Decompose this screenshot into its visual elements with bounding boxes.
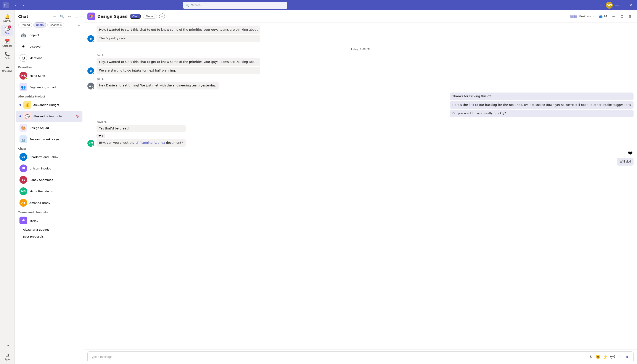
chat-item-vnext[interactable]: vN vNext bbox=[16, 215, 82, 226]
chat-item-marie[interactable]: MB Marie Beaudouin bbox=[16, 186, 82, 197]
meet-chevron-icon: ⌄ bbox=[592, 15, 594, 18]
nav-item-onedrive[interactable]: ☁ OneDrive bbox=[1, 62, 14, 74]
close-button[interactable]: ✕ bbox=[627, 2, 634, 9]
backlog-link[interactable]: link bbox=[469, 103, 474, 106]
chat-item-engineering[interactable]: 👥 Engineering squad bbox=[16, 82, 82, 93]
discover-info: Discover bbox=[30, 45, 79, 48]
best-prop-name: Best proposals bbox=[23, 235, 79, 238]
maximize-button[interactable]: □ bbox=[620, 2, 627, 9]
add-tab-button[interactable]: + bbox=[159, 14, 165, 20]
design-squad-avatar: 🎨 bbox=[20, 124, 27, 132]
date-divider: Today, 1:00 PM bbox=[87, 48, 633, 51]
sticker-button[interactable]: 💬 bbox=[609, 354, 616, 360]
chat-badge: 2 bbox=[8, 26, 11, 28]
send-button[interactable]: ➤ bbox=[624, 354, 631, 360]
header-popout-button[interactable]: ⊞ bbox=[626, 13, 633, 20]
user-avatar[interactable]: DW bbox=[606, 2, 613, 9]
calendar-icon: 📅 bbox=[5, 39, 10, 44]
chat-panel-header: Chat ··· 🔍 ✏ ⌄ bbox=[15, 10, 84, 22]
self-msg-content-2: ❤️ Will do! bbox=[617, 150, 633, 166]
filter-unread[interactable]: Unread bbox=[18, 22, 32, 28]
format-button[interactable]: 𝄞 bbox=[587, 354, 594, 360]
chat-item-unicorn[interactable]: UI Unicorn invoice bbox=[16, 163, 82, 174]
amanda-avatar: AB bbox=[20, 199, 27, 207]
charlotte-name: Charlotte and Babak bbox=[30, 156, 79, 159]
chat-item-mentions[interactable]: ⊙ Mentions bbox=[16, 52, 82, 64]
teams-section-label: Teams and channels bbox=[15, 208, 84, 215]
chat-item-best-prop[interactable]: Best proposals bbox=[16, 233, 82, 240]
nav-back-button[interactable]: ‹ bbox=[12, 2, 19, 9]
chat-item-babak[interactable]: BS Babak Shammas bbox=[16, 174, 82, 186]
search-bar[interactable]: 🔍 bbox=[183, 2, 287, 9]
nav-item-more[interactable]: ··· bbox=[1, 341, 14, 350]
attach-button[interactable]: + bbox=[616, 354, 623, 360]
will-sender: Will L. bbox=[97, 78, 219, 80]
will-avatar: WL bbox=[87, 82, 94, 90]
research-name: Research weekly sync bbox=[30, 138, 79, 141]
kayo-bubble-1: Yes that'd be great! bbox=[97, 125, 186, 132]
chat-header: 🎨 Design Squad Chat Shared + ▤▤ Meet now… bbox=[84, 10, 637, 22]
gif-button[interactable]: ⚡ bbox=[602, 354, 609, 360]
search-input[interactable] bbox=[191, 4, 285, 7]
engineering-avatar: 👥 bbox=[20, 83, 27, 91]
nav-forward-button[interactable]: › bbox=[20, 2, 27, 9]
chat-search-button[interactable]: 🔍 bbox=[59, 13, 66, 20]
heart-reaction[interactable]: ❤ 1 bbox=[97, 134, 105, 138]
chat-expand-button[interactable]: ⌄ bbox=[73, 13, 80, 20]
nav-item-activity[interactable]: 🔔 Activity bbox=[1, 12, 14, 24]
nav-item-calendar[interactable]: 📅 Calendar bbox=[1, 37, 14, 49]
alex-budget-avatar: 💰 bbox=[23, 101, 31, 109]
alex-budget-info: Alexandria Budget bbox=[33, 103, 79, 106]
compose-tools: 𝄞 😊 ⚡ 💬 + ➤ bbox=[587, 354, 631, 360]
chat-item-discover[interactable]: ✦ Discover bbox=[16, 41, 82, 52]
nav-item-calls[interactable]: 📞 Calls bbox=[1, 50, 14, 62]
chat-item-copilot[interactable]: 🤖 Copilot bbox=[16, 30, 82, 41]
chat-item-mona[interactable]: MK Mona Kane bbox=[16, 70, 82, 81]
msg-online-indicator bbox=[92, 40, 94, 42]
chat-item-alex-team[interactable]: 💬 Alexandria team chat @ bbox=[16, 111, 82, 122]
nav-item-chat[interactable]: 💬 2 Chat bbox=[1, 25, 14, 36]
mona-avatar: MK bbox=[20, 72, 27, 80]
nav-item-apps[interactable]: ⊞ Apps bbox=[1, 350, 14, 362]
kayo-online bbox=[92, 145, 94, 147]
meet-now-button[interactable]: ▤▤ Meet now ⌄ bbox=[568, 13, 596, 20]
calls-label: Calls bbox=[5, 57, 10, 60]
participant-number: 24 bbox=[603, 15, 607, 18]
msg-bubble: That's pretty cool! bbox=[97, 34, 260, 42]
participant-count[interactable]: 👥 24 bbox=[597, 14, 609, 19]
compose-input[interactable] bbox=[90, 355, 585, 358]
chat-item-amanda[interactable]: AB Amanda Brady bbox=[16, 197, 82, 208]
chat-item-research[interactable]: 🔬 Research weekly sync bbox=[16, 134, 82, 145]
new-chat-button[interactable]: ✏ bbox=[66, 13, 73, 20]
header-expand-button[interactable]: ⊡ bbox=[618, 13, 625, 20]
minimize-button[interactable]: — bbox=[614, 2, 620, 9]
emoji-button[interactable]: 😊 bbox=[594, 354, 601, 360]
alex-section-label: Alexandria Project bbox=[15, 93, 84, 99]
kayo-sender: Kayo M. bbox=[97, 120, 186, 124]
chat-item-alex-budget[interactable]: 💰 Alexandria Budget bbox=[16, 99, 82, 110]
charlotte-avatar: CB bbox=[20, 153, 27, 161]
chat-tab-chat[interactable]: Chat bbox=[130, 14, 141, 19]
chat-item-design-squad[interactable]: 🎨 Design Squad bbox=[16, 122, 82, 133]
discover-name: Discover bbox=[30, 45, 79, 48]
babak-avatar: BS bbox=[20, 176, 27, 184]
marie-avatar: MB bbox=[20, 188, 27, 195]
apps-icon: ⊞ bbox=[6, 352, 9, 358]
unicorn-name: Unicorn invoice bbox=[30, 167, 79, 170]
more-icon: ··· bbox=[5, 343, 9, 348]
msg-avatar: EI bbox=[87, 35, 94, 42]
messages-area: EI Hey, I wanted to start this chat to g… bbox=[84, 22, 637, 350]
filter-channels[interactable]: Channels bbox=[47, 22, 64, 28]
filter-expand-button[interactable]: ⌄ bbox=[78, 23, 80, 27]
research-avatar: 🔬 bbox=[20, 135, 27, 143]
chat-item-charlotte[interactable]: CB Charlotte and Babak bbox=[16, 151, 82, 162]
chat-item-alex-budget-ch[interactable]: Alexandria Budget bbox=[16, 226, 82, 233]
vnext-avatar: vN bbox=[20, 216, 27, 224]
filter-chats[interactable]: Chats bbox=[34, 22, 46, 28]
lt-planning-link[interactable]: LT Planning Agenda bbox=[135, 141, 165, 144]
design-squad-info: Design Squad bbox=[30, 126, 79, 130]
more-options-button[interactable]: ··· bbox=[598, 2, 605, 9]
header-more-button[interactable]: ··· bbox=[610, 13, 617, 20]
chat-more-button[interactable]: ··· bbox=[51, 13, 58, 20]
chat-tab-shared[interactable]: Shared bbox=[143, 14, 157, 18]
